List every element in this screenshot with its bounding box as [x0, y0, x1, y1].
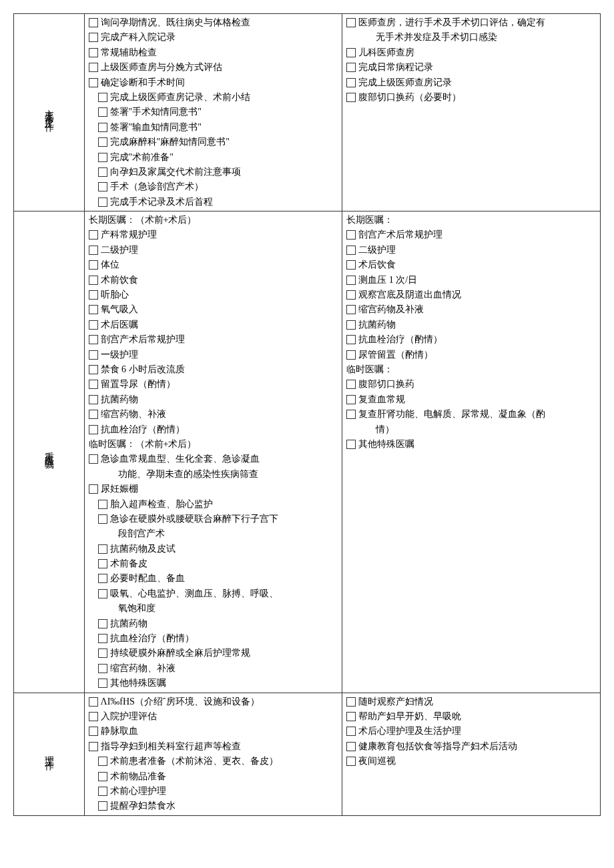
checkbox-icon — [98, 574, 107, 583]
line-text: 帮助产妇早开奶、早吸吮 — [358, 709, 596, 724]
content-line: 向孕妇及家属交代术前注意事项 — [89, 165, 338, 179]
checkbox-icon — [98, 137, 107, 147]
content-line: 其他特殊医嘱 — [89, 676, 338, 691]
content-line: 术前心理护理 — [89, 784, 338, 799]
content-line: 抗血栓治疗（酌情） — [89, 422, 338, 437]
line-text: 功能、孕期未查的感染性疾病筛查 — [118, 467, 338, 482]
line-text: 腹部切口换药 — [358, 377, 596, 392]
checkbox-icon — [346, 697, 356, 707]
line-text: 急诊血常规血型、生化全套、急诊凝血 — [101, 452, 338, 466]
checkbox-icon — [346, 78, 356, 87]
line-text: 尿妊娠棚 — [101, 482, 338, 496]
line-text: 术前饮食 — [101, 273, 338, 288]
line-text: 随时观察产妇情况 — [358, 695, 596, 709]
line-text: 一级护理 — [101, 348, 338, 362]
line-text: 签署"输血知情同意书" — [110, 120, 338, 135]
content-line: 缩宫药物、补液 — [89, 407, 338, 422]
line-text: 其他特殊医嘱 — [358, 437, 596, 452]
line-text: 氧饱和度 — [118, 601, 338, 616]
line-text: 常规辅助检查 — [101, 45, 338, 60]
checkbox-icon — [346, 260, 356, 270]
left-content-cell: 长期医嘱：（术前+术后）产科常规护理二级护理体位术前饮食听胎心氧气吸入术后医嘱剖… — [84, 211, 342, 693]
checkbox-icon — [346, 395, 356, 404]
checkbox-icon — [346, 335, 356, 344]
line-text: 完成上级医师查房记录 — [358, 75, 596, 90]
line-text: 完成日常病程记录 — [358, 60, 596, 75]
line-text: 儿科医师查房 — [358, 45, 596, 60]
checkbox-icon — [346, 63, 356, 72]
content-line: 完成产科入院记录 — [89, 30, 338, 45]
line-text: 向孕妇及家属交代术前注意事项 — [110, 165, 338, 179]
content-line: 抗血栓治疗（酌情） — [346, 332, 596, 347]
line-text: 二级护理 — [358, 243, 596, 258]
line-text: 复查肝肾功能、电解质、尿常规、凝血象（酌 — [358, 407, 596, 422]
table-row: 理工作ΛI‰fHS（介绍ˆ房环境、设施和设备）入院护理评估静脉取血指导孕妇到相关… — [14, 693, 601, 815]
line-text: 观察宫底及阴道出血情况 — [358, 288, 596, 302]
content-line: 术后饮食 — [346, 258, 596, 272]
content-line: 夜间巡视 — [346, 754, 596, 769]
row-label: 主要诊疗工作 — [41, 102, 56, 118]
checkbox-icon — [98, 757, 107, 766]
line-text: 缩宫药物、补液 — [101, 407, 338, 422]
content-line: 剖宫产术后常规护理 — [346, 228, 596, 242]
checkbox-icon — [346, 230, 356, 240]
content-line: 产科常规护理 — [89, 228, 338, 242]
content-line: 胎入超声检查、胎心监护 — [89, 497, 338, 512]
content-line: 儿科医师查房 — [346, 45, 596, 60]
content-line: 急诊在硬膜外或腰硬联合麻醉下行子宫下 — [89, 512, 338, 526]
line-text: 持续硬膜外麻醉或全麻后护理常规 — [110, 646, 338, 661]
line-text: 完成产科入院记录 — [101, 30, 338, 45]
checkbox-icon — [89, 742, 98, 751]
content-line: 完成上级医师查房记录、术前小结 — [89, 90, 338, 105]
content-line: 功能、孕期未查的感染性疾病筛查 — [89, 467, 338, 482]
checkbox-icon — [346, 18, 356, 27]
line-text: 抗血栓治疗（酌情） — [101, 422, 338, 437]
checkbox-icon — [98, 544, 107, 554]
checkbox-icon — [89, 454, 98, 464]
checkbox-icon — [346, 350, 356, 360]
checkbox-icon — [89, 63, 98, 72]
content-line: 术前物品准备 — [89, 769, 338, 784]
content-line: 氧饱和度 — [89, 601, 338, 616]
line-text: 临时医嘱： — [346, 362, 596, 377]
checkbox-icon — [89, 395, 98, 404]
content-line: 抗菌药物 — [346, 318, 596, 332]
line-text: 抗菌药物 — [358, 318, 596, 332]
line-text: 术后心理护理及生活护理 — [358, 724, 596, 739]
checkbox-icon — [98, 167, 107, 177]
content-line: 临时医嘱：（术前+术后） — [89, 437, 338, 452]
content-line: 尿管留置（酌情） — [346, 348, 596, 362]
checkbox-icon — [89, 305, 98, 314]
row-label-cell: 理工作 — [14, 693, 85, 815]
checkbox-icon — [98, 197, 107, 207]
content-line: 入院护理评估 — [89, 709, 338, 724]
checkbox-icon — [89, 380, 98, 389]
line-text: 缩宫药物、补液 — [110, 661, 338, 676]
line-text: 指导孕妇到相关科室行超声等检查 — [101, 739, 338, 754]
line-text: 长期医嘱：（术前+术后） — [89, 213, 338, 228]
clinical-pathway-table: 主要诊疗工作询问孕期情况、既往病史与体格检查完成产科入院记录常规辅助检查上级医师… — [13, 13, 601, 816]
line-text: 氧气吸入 — [101, 302, 338, 317]
checkbox-icon — [89, 410, 98, 419]
line-text: 提醒孕妇禁食水 — [110, 799, 338, 813]
content-line: 提醒孕妇禁食水 — [89, 799, 338, 813]
checkbox-icon — [89, 290, 98, 300]
checkbox-icon — [346, 93, 356, 102]
line-text: 产科常规护理 — [101, 228, 338, 242]
line-text: 缩宫药物及补液 — [358, 302, 596, 317]
content-line: 长期医嘱： — [346, 213, 596, 228]
line-text: 临时医嘱：（术前+术后） — [89, 437, 338, 452]
content-line: 禁食 6 小时后改流质 — [89, 362, 338, 377]
content-line: 缩宫药物、补液 — [89, 661, 338, 676]
line-text: 测血压 1 次/日 — [358, 273, 596, 288]
content-line: 听胎心 — [89, 288, 338, 302]
line-text: 情） — [376, 422, 596, 437]
content-line: 术前备皮 — [89, 556, 338, 571]
content-line: 完成麻醉科"麻醉知情同意书" — [89, 135, 338, 149]
checkbox-icon — [89, 78, 98, 87]
line-text: 入院护理评估 — [101, 709, 338, 724]
right-content-cell: 长期医嘱：剖宫产术后常规护理二级护理术后饮食测血压 1 次/日观察宫底及阴道出血… — [342, 211, 601, 693]
checkbox-icon — [89, 365, 98, 374]
line-text: 术前心理护理 — [110, 784, 338, 799]
content-line: 腹部切口换药（必要时） — [346, 90, 596, 105]
